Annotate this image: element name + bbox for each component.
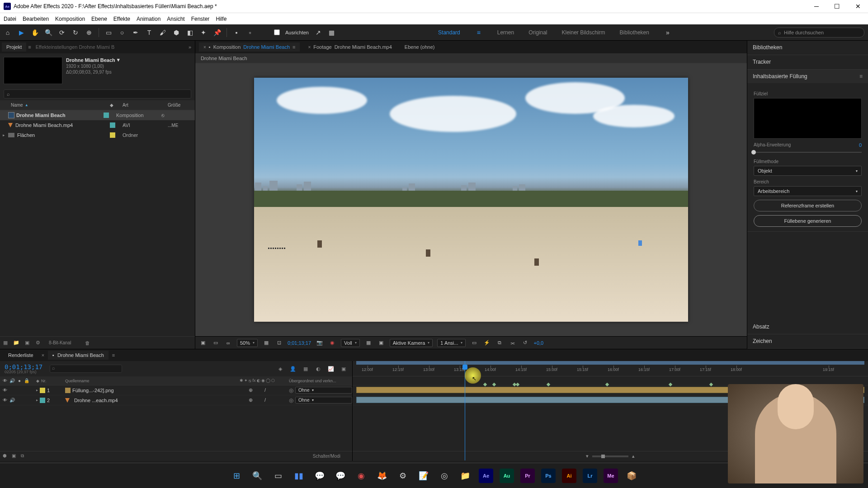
col-name[interactable]: Name [11, 103, 23, 108]
col-visibility-icon[interactable]: 👁 [2, 378, 8, 384]
hand-tool[interactable]: ✋ [31, 28, 39, 37]
channel-icon[interactable]: ▭ [212, 339, 220, 347]
tab-timeline-comp[interactable]: ▪ Drohne Miami Beach [48, 351, 108, 360]
tab-close-icon[interactable]: × [203, 45, 206, 50]
playhead[interactable] [465, 361, 465, 460]
app-icon[interactable]: ⚙ [393, 466, 413, 486]
fast-preview-icon[interactable]: ⚡ [483, 339, 491, 347]
visibility-toggle[interactable]: 👁 [2, 397, 8, 404]
snapshot-icon[interactable]: 📷 [316, 339, 324, 347]
transparency-icon[interactable]: ▦ [364, 339, 373, 347]
menu-komposition[interactable]: Komposition [55, 16, 85, 22]
help-search[interactable]: ⌕ Hilfe durchsuchen [774, 28, 864, 38]
camera-dropdown[interactable]: Aktive Kamera [390, 339, 433, 347]
layer-label-swatch[interactable] [40, 388, 45, 393]
minimize-button[interactable]: ─ [811, 3, 822, 10]
safe-zones-icon[interactable]: ⊡ [275, 339, 283, 347]
workspace-original[interactable]: Original [528, 29, 547, 36]
row-swatch[interactable] [110, 132, 115, 138]
switch-col-icon[interactable]: ✱ [240, 378, 243, 383]
expand-icon[interactable]: ▸ [36, 398, 38, 402]
bit-depth-label[interactable]: 8-Bit-Kanal [49, 340, 71, 345]
tab-close-icon[interactable]: × [308, 45, 311, 50]
snap-checkbox[interactable] [274, 29, 280, 35]
viewer-tab-footage[interactable]: × Footage Drohne Miami Beach.mp4 [303, 42, 396, 52]
explorer-icon[interactable]: 📁 [455, 466, 475, 486]
zoom-slider[interactable] [592, 455, 628, 457]
graph-editor-icon[interactable]: 📈 [327, 365, 335, 373]
menu-effekte[interactable]: Effekte [113, 16, 130, 22]
composition-preview[interactable] [254, 78, 688, 322]
layer-label-swatch[interactable] [40, 398, 45, 403]
shy-icon[interactable]: 👤 [289, 365, 297, 373]
workspace-lernen[interactable]: Lernen [497, 29, 514, 36]
panel-bibliotheken[interactable]: Bibliotheken [747, 41, 868, 54]
workspace-menu-icon[interactable]: ≡ [475, 28, 483, 37]
lock-icon[interactable]: ▪ [209, 44, 211, 50]
timeline-search[interactable]: ⌕ [50, 365, 122, 373]
search-button[interactable]: 🔍 [247, 466, 267, 486]
illustrator-icon[interactable]: Ai [559, 466, 579, 486]
row-swatch[interactable] [104, 113, 109, 118]
app-icon[interactable]: 📦 [622, 466, 642, 486]
expand-icon[interactable]: ▸ [36, 388, 38, 392]
pixel-aspect-icon[interactable]: ▭ [470, 339, 478, 347]
panel-menu-icon[interactable]: ≡ [859, 73, 863, 80]
interpret-icon[interactable]: ▦ [2, 339, 9, 347]
obs-icon[interactable]: ◎ [434, 466, 454, 486]
close-button[interactable]: ✕ [852, 3, 864, 10]
layer-name[interactable]: Drohne ...each.mp4 [74, 398, 118, 403]
range-dropdown[interactable]: Arbeitsbereich▾ [754, 186, 862, 196]
toggle-switches-icon[interactable]: ⬢ [3, 453, 9, 460]
color-mgmt-icon[interactable]: ◉ [328, 339, 336, 347]
app-icon[interactable]: 📝 [414, 466, 434, 486]
res-toggle-icon[interactable]: ▦ [262, 339, 270, 347]
premiere-icon[interactable]: Pr [518, 466, 538, 486]
settings-icon[interactable]: ⚙ [34, 339, 42, 347]
start-button[interactable]: ⊞ [226, 466, 246, 486]
trash-icon[interactable]: 🗑 [84, 339, 91, 347]
switch-col-icon[interactable]: fx [252, 378, 255, 383]
switch-col-icon[interactable]: ⬡ [271, 378, 275, 383]
alpha-expansion-value[interactable]: 0 [859, 142, 862, 148]
brainstorm-icon[interactable]: ▣ [340, 365, 348, 373]
work-area-bar[interactable] [356, 361, 864, 365]
menu-fenster[interactable]: Fenster [191, 16, 210, 22]
lightroom-icon[interactable]: Lr [580, 466, 600, 486]
viewer-tab-layer[interactable]: Ebene (ohne) [400, 42, 439, 52]
flowchart-icon[interactable]: ⫘ [508, 339, 516, 347]
col-nr[interactable]: Nr. [41, 379, 47, 383]
workspace-overflow-icon[interactable]: » [664, 28, 672, 37]
workspace-standard[interactable]: Standard [438, 29, 460, 36]
col-size[interactable]: Größe [168, 103, 195, 108]
ellipse-tool[interactable]: ○ [118, 28, 126, 37]
viewer-breadcrumb[interactable]: Drohne Miami Beach [195, 53, 747, 63]
alpha-expansion-slider[interactable] [754, 149, 862, 155]
stroke-swatch[interactable]: ▫ [246, 28, 254, 37]
col-type[interactable]: Art [123, 103, 168, 108]
teams-icon[interactable]: 💬 [310, 466, 330, 486]
col-source-name[interactable]: Quellenname [63, 379, 226, 383]
toggle-pane-icon[interactable]: ⧉ [21, 453, 27, 460]
panel-content-aware-fill[interactable]: Inhaltsbasierte Füllung ≡ [747, 70, 868, 83]
task-view-button[interactable]: ▭ [268, 466, 288, 486]
workspace-biblio[interactable]: Bibliotheken [620, 29, 649, 36]
panel-absatz[interactable]: Absatz [747, 320, 868, 333]
switch-col-icon[interactable]: ◉ [261, 378, 265, 383]
menu-bearbeiten[interactable]: Bearbeiten [23, 16, 49, 22]
col-parent[interactable]: Übergeordnet und verkn... [289, 379, 352, 383]
zoom-tool[interactable]: 🔍 [44, 28, 52, 37]
motion-blur-icon[interactable]: ◐ [314, 365, 322, 373]
layer-switch[interactable]: / [264, 387, 266, 393]
type-tool[interactable]: T [145, 28, 153, 37]
zoom-in-icon[interactable]: ▴ [632, 453, 635, 459]
menu-ansicht[interactable]: Ansicht [167, 16, 184, 22]
brush-tool[interactable]: 🖌 [159, 28, 167, 37]
viewer-tab-comp[interactable]: × ▪ Komposition Drohne Miami Beach ≡ [199, 42, 300, 52]
col-solo-icon[interactable]: ● [16, 378, 23, 384]
tab-project[interactable]: Projekt [2, 42, 26, 52]
photoshop-icon[interactable]: Ps [538, 466, 558, 486]
lock-icon[interactable]: ▪ [52, 352, 54, 358]
viewer-timecode[interactable]: 0;01;13;17 [288, 340, 311, 346]
project-search[interactable]: ⌕ [4, 89, 191, 99]
